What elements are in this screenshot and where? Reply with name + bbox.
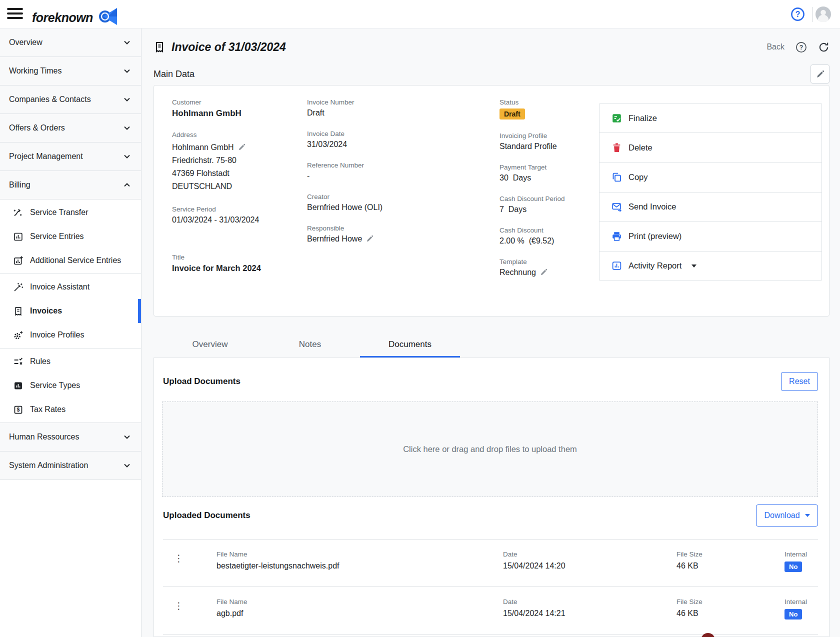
field-label: Creator [307,193,442,200]
help-icon[interactable]: ? [790,0,805,28]
field-title: Title Invoice for March 2024 [172,254,307,273]
row-menu-icon[interactable]: ⋮ [174,604,182,608]
tab-documents[interactable]: Documents [360,340,460,358]
field-value: Bernfried Howe (OLI) [307,203,442,212]
file-size-value: 46 KB [676,562,702,570]
row-menu-icon[interactable]: ⋮ [174,556,182,560]
field-value: Bernfried Howe [307,234,442,244]
column-header: File Name [216,598,248,606]
column-header: File Name [216,550,339,558]
address-line: 47369 Flohstadt [172,167,307,180]
dollar-square-icon: $ [13,404,24,415]
page-help-icon[interactable]: ? [796,42,807,53]
field-value: Hohlmann GmbH [172,108,307,118]
file-name-value: bestaetigter-leistungsnachweis.pdf [216,562,339,570]
billing-subgroup-3: Rules Service Types $ Tax Rates [0,348,141,423]
internal-badge: No [784,609,802,620]
sidebar-item-offers-orders[interactable]: Offers & Orders [0,114,141,142]
sidebar-item-label: Invoice Profiles [30,330,84,340]
sidebar-item-label: Service Types [30,381,80,390]
sidebar-item-label: Service Transfer [30,208,88,217]
field-customer: Customer Hohlmann GmbH [172,98,307,118]
user-avatar[interactable] [816,0,831,28]
sidebar-item-project-management[interactable]: Project Management [0,142,141,171]
finalize-button[interactable]: Finalize [600,104,822,132]
logo-text: foreknown [32,10,93,25]
delete-button[interactable]: Delete [600,132,822,162]
chevron-down-icon [123,96,131,104]
sidebar-item-rules[interactable]: Rules [0,350,141,374]
field-label: Customer [172,98,307,106]
send-invoice-button[interactable]: Send Invoice [600,192,822,222]
field-label: Title [172,254,307,261]
upload-documents-title: Upload Documents [163,376,240,386]
uploaded-files-table: ⋮ File Name bestaetigter-leistungsnachwe… [163,539,818,634]
sidebar-item-additional-service-entries[interactable]: Additional Service Entries [0,248,141,272]
chevron-down-icon [123,433,131,441]
svg-text:$: $ [17,406,20,412]
date-cell: Date 15/04/2024 14:20 [503,550,566,570]
field-address: Address Hohlmann GmbH Friedrichstr. 75-8… [172,131,307,193]
dropzone-text: Click here or drag and drop files to upl… [403,444,577,454]
sidebar-item-system-administration[interactable]: System Administration [0,452,141,480]
action-label: Print (preview) [628,232,682,241]
print-preview-button[interactable]: Print (preview) [600,222,822,251]
sidebar-item-invoices[interactable]: Invoices [0,299,141,323]
field-label: Cash Discount Period [500,195,592,202]
download-button[interactable]: Download [756,504,818,526]
reset-button[interactable]: Reset [781,372,818,391]
field-value: 01/03/2024 - 31/03/2024 [172,216,307,224]
internal-badge: No [784,562,802,572]
sidebar-item-service-types[interactable]: Service Types [0,374,141,398]
sidebar-item-invoice-assistant[interactable]: Invoice Assistant [0,275,141,299]
field-label: Responsible [307,224,442,232]
sidebar-item-service-entries[interactable]: Service Entries [0,224,141,248]
sidebar-item-service-transfer[interactable]: Service Transfer [0,200,141,224]
hamburger-menu-icon[interactable] [7,8,23,20]
back-button[interactable]: Back [766,42,784,52]
column-header: File Size [676,550,702,558]
column-header: Internal [784,598,807,606]
status-badge: Draft [500,108,525,120]
sidebar-item-billing[interactable]: Billing [0,171,141,200]
sidebar-item-overview[interactable]: Overview [0,28,141,57]
download-label: Download [764,511,800,520]
documents-panel: Upload Documents Reset Click here or dra… [154,358,830,637]
app-logo[interactable]: foreknown [32,6,118,29]
edit-responsible-pencil-icon[interactable] [366,235,374,242]
refresh-icon[interactable] [818,42,830,53]
copy-button[interactable]: Copy [600,162,822,192]
tab-overview[interactable]: Overview [160,340,260,358]
table-row: ⋮ File Name bestaetigter-leistungsnachwe… [163,540,818,587]
sidebar-item-working-times[interactable]: Working Times [0,57,141,86]
sidebar-item-companies-contacts[interactable]: Companies & Contacts [0,86,141,114]
field-value: Invoice for March 2024 [172,264,307,273]
sidebar-item-label: Rules [30,357,50,366]
invoice-title-icon [154,41,166,53]
action-label: Send Invoice [628,202,676,212]
sidebar-item-human-ressources[interactable]: Human Ressources [0,423,141,452]
tab-notes[interactable]: Notes [260,340,360,358]
internal-cell: Internal No [784,598,807,620]
file-size-value: 46 KB [676,609,702,618]
field-service-period: Service Period 01/03/2024 - 31/03/2024 [172,206,307,224]
file-dropzone[interactable]: Click here or drag and drop files to upl… [162,402,818,497]
route-sparkles-icon [13,208,24,218]
edit-template-pencil-icon[interactable] [540,268,548,276]
date-value: 15/04/2024 14:20 [503,562,566,570]
action-label: Copy [628,172,648,182]
field-label: Template [500,258,592,266]
sidebar-item-tax-rates[interactable]: $ Tax Rates [0,398,141,422]
field-cash-discount: Cash Discount 2.00 % (€9.52) [500,226,592,246]
upload-documents-header: Upload Documents Reset [163,372,818,392]
sidebar-item-label: Service Entries [30,232,84,241]
action-label: Delete [628,143,652,152]
field-label: Address [172,131,307,138]
receipt-icon [13,306,24,316]
sidebar-item-invoice-profiles[interactable]: Invoice Profiles [0,323,141,347]
activity-report-button[interactable]: Activity Report [600,251,822,280]
active-indicator [138,299,141,323]
finalize-check-icon [612,113,622,124]
edit-address-pencil-icon[interactable] [238,142,246,150]
edit-main-data-button[interactable] [810,64,830,84]
